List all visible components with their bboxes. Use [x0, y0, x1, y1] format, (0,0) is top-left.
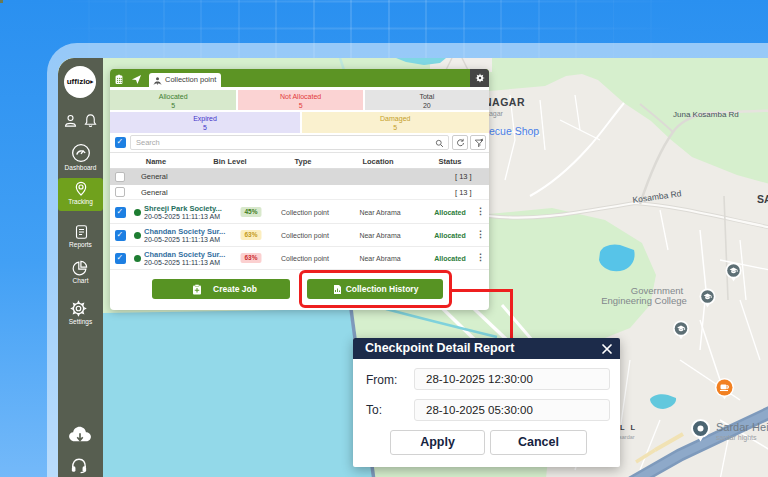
svg-text:Engineering College: Engineering College [601, 295, 687, 306]
svg-text:ecue Shop: ecue Shop [489, 125, 539, 137]
svg-text:SA: SA [757, 193, 768, 205]
svg-text:sardar hights: sardar hights [716, 434, 757, 442]
svg-text:sardar: sardar [619, 434, 635, 440]
svg-text:Sardar Heigh: Sardar Heigh [716, 421, 768, 433]
svg-text:NAGAR: NAGAR [484, 96, 525, 108]
svg-text:Juna Kosamba Rd: Juna Kosamba Rd [673, 110, 739, 119]
svg-text:L L: L L [620, 423, 637, 432]
